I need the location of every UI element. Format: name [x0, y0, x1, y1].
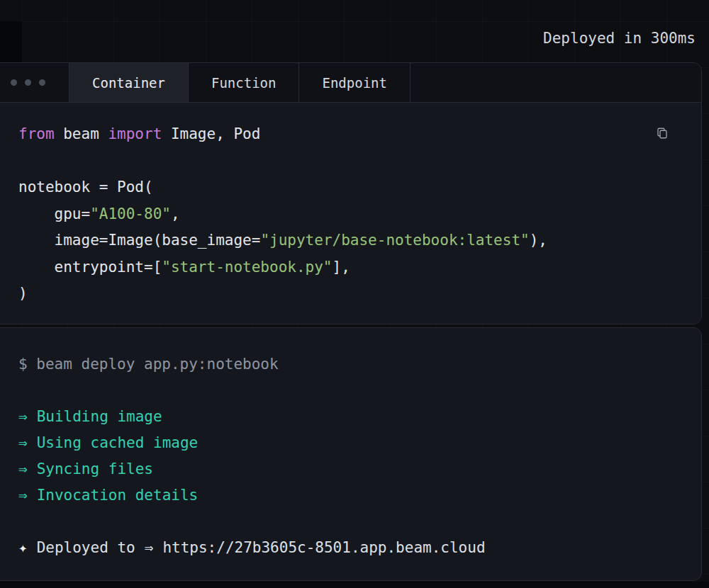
deploy-step: ⇒Syncing files [18, 456, 683, 482]
code-line: ) [18, 281, 683, 307]
window-control-dot [25, 79, 31, 86]
code-line: from beam import Image, Pod [18, 121, 683, 148]
code-token: ) [18, 285, 28, 302]
tab-function[interactable]: Function [189, 63, 300, 102]
deployed-url: https://27b3605c-8501.app.beam.cloud [162, 535, 485, 561]
code-line: entrypoint=["start-notebook.py"], [18, 254, 683, 281]
page: { "status": { "text": "Deployed in 300ms… [0, 0, 709, 588]
deploy-steps: ⇒Building image⇒Using cached image⇒Synci… [18, 404, 683, 509]
arrow-icon: ⇒ [145, 535, 154, 561]
copy-button[interactable] [656, 126, 669, 140]
code-window: ContainerFunctionEndpoint from beam impo… [0, 62, 702, 324]
deploy-step: ⇒Building image [18, 404, 683, 430]
code-token: ], [333, 259, 350, 276]
tab-container[interactable]: Container [69, 63, 189, 102]
tabs: ContainerFunctionEndpoint [69, 63, 411, 102]
window-control-dot [11, 79, 17, 86]
grid-cell-decor [0, 21, 22, 62]
code-token: "start-notebook.py" [162, 259, 332, 276]
step-label: Using cached image [37, 430, 199, 456]
sparkle-icon: ✦ [18, 535, 28, 561]
code-token: notebook = Pod( [18, 179, 153, 196]
code-token: import [108, 125, 162, 142]
code-editor: from beam import Image, Pod notebook = P… [0, 103, 701, 324]
deployed-label: Deployed to [37, 535, 135, 561]
terminal-command: $ beam deploy app.py:notebook [18, 351, 683, 378]
code-token: , [171, 205, 180, 222]
grid-strip-decor [0, 582, 709, 588]
code-token: entrypoint=[ [18, 259, 162, 276]
arrow-icon: ⇒ [18, 404, 28, 430]
code-line: notebook = Pod( [18, 174, 683, 201]
step-label: Syncing files [37, 456, 153, 482]
code-line: image=Image(base_image="jupyter/base-not… [18, 227, 683, 254]
arrow-icon: ⇒ [18, 482, 28, 509]
code-line: gpu="A100-80", [18, 201, 683, 228]
code-token: "A100-80" [90, 205, 171, 222]
blank-line [18, 509, 683, 535]
code-token: image=Image(base_image= [18, 232, 260, 249]
deployed-line: ✦ Deployed to ⇒ https://27b3605c-8501.ap… [18, 535, 683, 561]
code-token: ), [530, 232, 547, 249]
deploy-step: ⇒Invocation details [18, 482, 683, 509]
code-line [18, 148, 683, 175]
deploy-step: ⇒Using cached image [18, 430, 683, 456]
arrow-icon: ⇒ [18, 456, 28, 482]
tab-endpoint[interactable]: Endpoint [299, 63, 411, 102]
blank-line [18, 378, 683, 404]
code-token: Image, Pod [162, 125, 260, 142]
tab-bar: ContainerFunctionEndpoint [0, 63, 701, 103]
clipboard-icon [656, 126, 669, 140]
code-token: gpu= [18, 205, 90, 222]
arrow-icon: ⇒ [18, 430, 28, 456]
step-label: Invocation details [37, 482, 199, 509]
code-token: from [18, 125, 55, 142]
terminal-panel: $ beam deploy app.py:notebook ⇒Building … [0, 327, 702, 581]
window-control-dot [39, 79, 45, 86]
deploy-time-status: Deployed in 300ms [543, 30, 696, 47]
code-token: "jupyter/base-notebook:latest" [260, 232, 529, 249]
step-label: Building image [37, 404, 162, 430]
window-controls [0, 63, 69, 102]
code-block: from beam import Image, Pod notebook = P… [18, 121, 683, 307]
code-token: beam [55, 125, 108, 142]
